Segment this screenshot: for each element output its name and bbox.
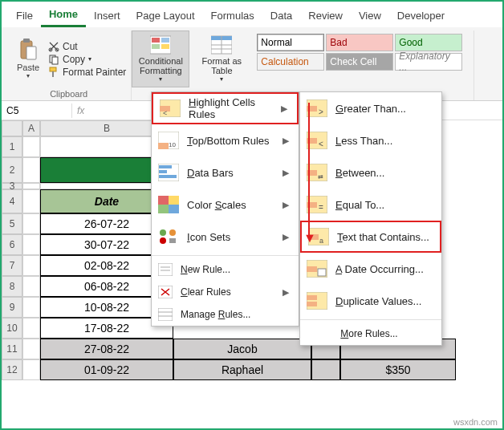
style-check-cell[interactable]: Check Cell [326, 53, 393, 71]
col-A[interactable]: A [22, 120, 40, 136]
cut-button[interactable]: Cut [48, 41, 126, 52]
cf-label: Conditional Formatting [132, 56, 189, 75]
name-cell[interactable]: Jacob [173, 339, 311, 359]
paste-button[interactable]: Paste ▾ [11, 30, 45, 87]
date-cell[interactable]: 01-09-22 [40, 359, 173, 380]
menu-greater-than[interactable]: > Greater Than... [300, 92, 441, 124]
svg-rect-11 [161, 38, 169, 43]
mlabel: Clear Rules [181, 286, 274, 298]
style-explanatory[interactable]: Explanatory ... [395, 53, 462, 71]
row-11[interactable]: 11 [2, 339, 22, 359]
svg-rect-61 [318, 269, 326, 276]
row-8[interactable]: 8 [2, 276, 22, 297]
clipboard-list: Cut Copy ▾ Format Painter [48, 30, 126, 87]
annotation-arrow [308, 103, 310, 235]
svg-rect-36 [169, 238, 176, 243]
svg-point-35 [160, 237, 166, 244]
amount-cell[interactable]: $350 [340, 359, 456, 380]
tab-view[interactable]: View [351, 6, 389, 26]
highlight-cells-submenu: > Greater Than... < Less Than... ⇄ Betwe… [299, 91, 442, 346]
mlabel: Less Than... [335, 135, 432, 147]
menu-clear-rules[interactable]: Clear Rules ▶ [152, 281, 299, 303]
menu-highlight-cells-rules[interactable]: < HHighlight Cells Rulesighlight Cells R… [152, 92, 299, 124]
row-6[interactable]: 6 [2, 234, 22, 255]
name-box[interactable]: C5 [2, 103, 72, 118]
tab-home[interactable]: Home [41, 5, 86, 27]
conditional-formatting-button[interactable]: Conditional Formatting ▾ [132, 30, 189, 87]
row-7[interactable]: 7 [2, 255, 22, 276]
mlabel: Manage Rules... [181, 309, 289, 320]
style-normal[interactable]: Normal [257, 34, 324, 51]
svg-rect-37 [158, 263, 173, 276]
svg-rect-1 [23, 39, 30, 43]
mlabel: Icon Sets [187, 231, 274, 243]
svg-rect-64 [307, 302, 317, 306]
menu-color-scales[interactable]: Color Scales ▶ [152, 189, 299, 221]
svg-text:⇄: ⇄ [318, 173, 323, 181]
mlabel: Greater Than... [335, 103, 432, 115]
chevron-right-icon: ▶ [282, 200, 289, 210]
menu-date-occurring[interactable]: A Date Occurring... [300, 253, 441, 285]
annotation-arrow-head: ▼ [303, 231, 316, 245]
svg-rect-63 [307, 295, 317, 300]
mlabel: Top/Bottom Rules [187, 135, 274, 147]
table-icon [211, 35, 232, 55]
row-12[interactable]: 12 [2, 359, 22, 380]
menu-icon-sets[interactable]: Icon Sets ▶ [152, 221, 299, 253]
conditional-formatting-icon [150, 35, 171, 55]
mlabel: HHighlight Cells Rulesighlight Cells Rul… [189, 96, 273, 120]
colorscales-icon [158, 196, 179, 213]
svg-rect-12 [152, 44, 160, 49]
chevron-down-icon: ▾ [26, 72, 30, 79]
tab-review[interactable]: Review [300, 6, 351, 26]
menu-top-bottom-rules[interactable]: 10 Top/Bottom Rules ▶ [152, 124, 299, 156]
name-cell[interactable]: Raphael [173, 359, 311, 380]
menu-between[interactable]: ⇄ Between... [300, 156, 441, 189]
tab-pagelayout[interactable]: Page Layout [128, 6, 203, 26]
row-4[interactable]: 4 [2, 189, 22, 213]
tab-file[interactable]: File [8, 6, 41, 26]
tab-insert[interactable]: Insert [86, 6, 128, 26]
tab-formulas[interactable]: Formulas [203, 6, 262, 26]
svg-rect-41 [158, 308, 173, 321]
row-9[interactable]: 9 [2, 297, 22, 318]
date-cell[interactable]: 27-08-22 [40, 339, 173, 359]
ribbon: Paste ▾ Cut Copy ▾ Format Painter Clipbo… [2, 27, 502, 101]
menu-text-contains[interactable]: a Text that Contains... [300, 221, 441, 253]
svg-text:a: a [319, 237, 323, 245]
chevron-right-icon: ▶ [282, 168, 289, 178]
menu-more-rules[interactable]: More Rules... [300, 322, 441, 345]
menu-data-bars[interactable]: Data Bars ▶ [152, 156, 299, 189]
svg-rect-13 [161, 44, 169, 49]
copy-button[interactable]: Copy ▾ [48, 54, 126, 65]
watermark: wsxdn.com [453, 417, 498, 427]
svg-rect-60 [307, 266, 317, 272]
row-10[interactable]: 10 [2, 318, 22, 339]
scissors-icon [48, 41, 59, 52]
format-painter-button[interactable]: Format Painter [48, 67, 126, 78]
select-all-corner[interactable] [2, 120, 22, 136]
svg-rect-10 [152, 38, 160, 43]
fx-icon[interactable]: fx [72, 105, 89, 116]
menu-manage-rules[interactable]: Manage Rules... [152, 303, 299, 326]
tab-developer[interactable]: Developer [389, 6, 453, 26]
format-as-table-button[interactable]: Format as Table ▾ [193, 30, 250, 87]
row-1[interactable]: 1 [2, 136, 22, 157]
row-3[interactable]: 3 [2, 183, 22, 189]
svg-text:=: = [319, 203, 323, 212]
paintbrush-icon [48, 67, 59, 78]
style-good[interactable]: Good [395, 34, 462, 51]
topbottom-icon: 10 [158, 132, 179, 149]
row-5[interactable]: 5 [2, 213, 22, 234]
cell-styles-gallery[interactable]: Normal Bad Good Calculation Check Cell E… [257, 34, 474, 87]
style-bad[interactable]: Bad [326, 34, 393, 51]
menu-equal-to[interactable]: = Equal To... [300, 189, 441, 221]
iconsets-icon [158, 228, 179, 245]
menu-duplicate-values[interactable]: Duplicate Values... [300, 285, 441, 317]
mlabel: Between... [335, 167, 432, 179]
row-2[interactable]: 2 [2, 157, 22, 183]
tab-data[interactable]: Data [262, 6, 300, 26]
menu-less-than[interactable]: < Less Than... [300, 124, 441, 156]
menu-new-rule[interactable]: New Rule... [152, 258, 299, 281]
style-calculation[interactable]: Calculation [257, 53, 324, 71]
